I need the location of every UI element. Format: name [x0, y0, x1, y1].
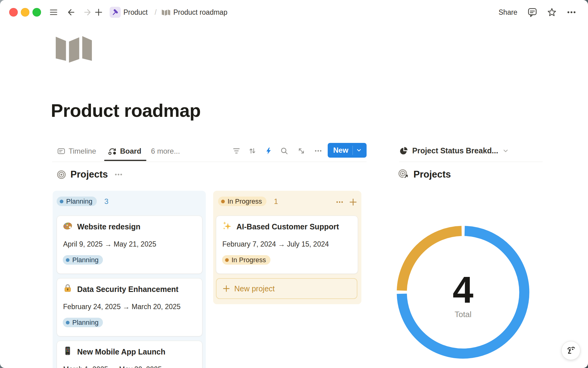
automations-button[interactable] [264, 146, 273, 155]
palette-icon [63, 221, 73, 231]
new-button-label: New [328, 146, 348, 155]
card-dates: April 9, 2025 → May 21, 2025 [63, 240, 156, 248]
linked-target-icon [398, 169, 409, 180]
more-icon [567, 7, 576, 17]
breadcrumb-teamspace-icon[interactable] [110, 7, 121, 18]
more-icon [336, 198, 344, 206]
sort-icon [248, 147, 256, 155]
back-arrow-icon [67, 8, 75, 17]
page-title[interactable]: Product roadmap [51, 100, 201, 121]
new-project-button[interactable]: New project [216, 278, 357, 299]
column-in-progress-name: In Progress [228, 197, 262, 205]
card-new-mobile-app-launch[interactable]: New Mobile App Launch March 1, 2025 → Ma… [57, 341, 202, 368]
card-ai-based-customer-support[interactable]: AI-Based Customer Support February 7, 20… [216, 216, 358, 274]
section-more-button[interactable] [114, 170, 123, 179]
card-status-label: Planning [72, 319, 99, 327]
card-dates: March 1, 2025 → May 30, 2025 [63, 365, 162, 368]
new-button-dropdown[interactable] [353, 148, 365, 153]
search-button[interactable] [280, 146, 289, 155]
sparkles-icon [222, 221, 232, 231]
chart-view-selector[interactable]: Project Status Breakd... [400, 146, 509, 155]
share-button[interactable]: Share [499, 8, 517, 16]
tab-more-label: 6 more... [151, 147, 180, 156]
hammer-icon [111, 9, 119, 16]
column-in-progress-count: 1 [274, 197, 278, 206]
plus-icon [222, 285, 230, 293]
favorite-button[interactable] [547, 7, 557, 17]
automation-lightning-icon [265, 147, 273, 155]
breadcrumb-page-icon[interactable] [162, 9, 170, 17]
column-planning-header: Planning 3 [57, 197, 108, 206]
column-in-progress-header: In Progress 1 [218, 197, 278, 206]
expand-view-button[interactable] [297, 146, 306, 155]
card-data-security-enhancement[interactable]: Data Security Enhancement February 24, 2… [57, 278, 202, 336]
board-toolbar-divider [52, 162, 367, 162]
card-title: New Mobile App Launch [77, 347, 165, 356]
pie-chart-icon [400, 147, 408, 155]
star-icon [547, 7, 557, 17]
column-in-progress-pill[interactable]: In Progress [218, 197, 266, 206]
comments-button[interactable] [527, 7, 537, 17]
map-icon [162, 9, 170, 16]
view-options-button[interactable] [314, 146, 323, 155]
page-icon-button[interactable] [56, 35, 92, 63]
new-project-label: New project [234, 284, 275, 293]
forward-button[interactable] [83, 7, 92, 17]
minimize-window-button[interactable] [21, 8, 29, 17]
target-icon [57, 170, 66, 179]
sort-button[interactable] [248, 146, 257, 155]
forward-arrow-icon [83, 8, 92, 17]
card-dates: February 7, 2024 → July 15, 2024 [222, 240, 329, 248]
chevron-down-icon [356, 148, 362, 153]
tab-timeline-label: Timeline [69, 147, 96, 156]
close-window-button[interactable] [9, 8, 18, 17]
column-planning-count: 3 [104, 197, 108, 206]
search-icon [280, 147, 288, 155]
card-title: AI-Based Customer Support [236, 222, 339, 231]
chart-section-title: Projects [413, 169, 451, 180]
tab-timeline[interactable]: Timeline [57, 147, 96, 156]
board-section-heading: Projects [57, 169, 123, 180]
status-dot [225, 258, 229, 262]
board-section-title: Projects [70, 169, 108, 180]
chart-view-selector-label: Project Status Breakd... [412, 146, 498, 155]
board-icon [108, 147, 117, 156]
new-button[interactable]: New [328, 143, 367, 158]
card-status-label: In Progress [232, 256, 266, 264]
column-more-button[interactable] [335, 197, 344, 207]
status-dot [66, 321, 70, 324]
column-add-card-button[interactable] [349, 197, 358, 207]
map-icon [56, 35, 92, 63]
card-title: Data Security Enhancement [77, 285, 179, 294]
comment-icon [527, 7, 537, 17]
breadcrumb-page[interactable]: Product roadmap [173, 8, 227, 16]
page-more-button[interactable] [567, 7, 576, 17]
tab-board[interactable]: Board [108, 147, 141, 156]
chart-section-heading: Projects [398, 169, 451, 180]
timeline-icon [57, 147, 66, 155]
tab-more-views[interactable]: 6 more... [151, 147, 180, 156]
sidebar-toggle-button[interactable] [49, 7, 58, 17]
expand-icon [297, 147, 305, 155]
card-status-label: Planning [72, 256, 99, 264]
card-title: Website redesign [77, 222, 141, 231]
hamburger-icon [49, 8, 58, 17]
filter-button[interactable] [232, 146, 241, 155]
card-dates: February 24, 2025 → March 20, 2025 [63, 303, 181, 311]
mobile-phone-icon [63, 346, 73, 356]
tab-board-label: Board [120, 147, 141, 156]
zoom-window-button[interactable] [32, 8, 41, 17]
column-planning-pill[interactable]: Planning [57, 197, 97, 206]
status-dot [60, 200, 63, 203]
status-dot [66, 258, 70, 262]
new-tab-button[interactable] [94, 7, 104, 17]
back-button[interactable] [66, 7, 76, 17]
plus-icon [94, 8, 103, 17]
status-dot [221, 200, 225, 203]
breadcrumb-separator: / [155, 8, 156, 16]
card-website-redesign[interactable]: Website redesign April 9, 2025 → May 21,… [57, 216, 202, 274]
filter-icon [232, 147, 240, 155]
lock-icon [63, 283, 73, 293]
notion-ai-button[interactable] [561, 341, 580, 360]
breadcrumb-team[interactable]: Product [123, 8, 148, 16]
